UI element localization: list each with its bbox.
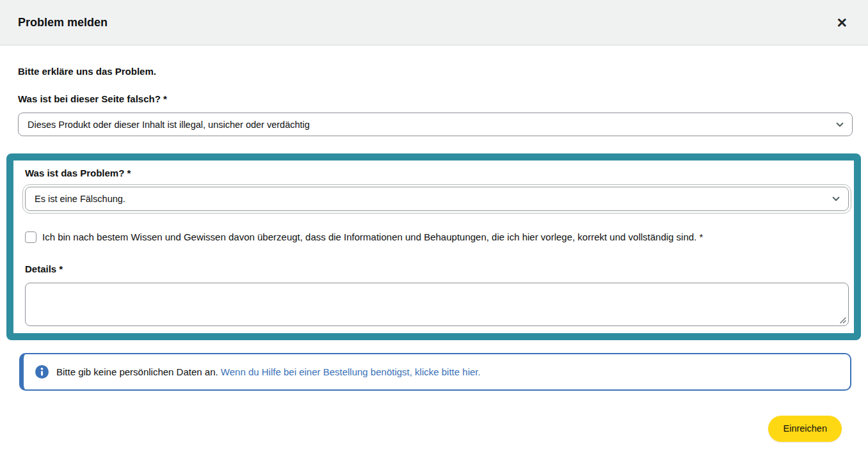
order-help-link[interactable]: Wenn du Hilfe bei einer Bestellung benöt… xyxy=(221,366,481,377)
problem-label: Was ist das Problem? * xyxy=(25,168,849,178)
attestation-label: Ich bin nach bestem Wissen und Gewissen … xyxy=(42,230,703,244)
page-issue-select-wrap: Dieses Produkt oder dieser Inhalt ist il… xyxy=(18,113,853,136)
problem-select-wrap: Es ist eine Fälschung. xyxy=(25,187,849,211)
alert-text: Bitte gib keine persönlichen Daten an. W… xyxy=(56,366,481,377)
modal-body: Bitte erkläre uns das Problem. Was ist b… xyxy=(0,45,868,442)
page-issue-label: Was ist bei dieser Seite falsch? * xyxy=(18,93,853,104)
attestation-checkbox[interactable] xyxy=(25,231,36,243)
alert-message: Bitte gib keine persönlichen Daten an. xyxy=(56,366,218,377)
details-textarea-wrap xyxy=(25,283,849,326)
modal-title: Problem melden xyxy=(18,16,108,29)
attestation-row: Ich bin nach bestem Wissen und Gewissen … xyxy=(25,230,849,244)
submit-button[interactable]: Einreichen xyxy=(768,416,842,442)
highlight-annotation-box: Was ist das Problem? * Es ist eine Fälsc… xyxy=(6,153,861,340)
intro-text: Bitte erkläre uns das Problem. xyxy=(18,66,853,77)
info-alert: Bitte gib keine persönlichen Daten an. W… xyxy=(19,353,851,391)
page-issue-select[interactable]: Dieses Produkt oder dieser Inhalt ist il… xyxy=(18,113,853,136)
details-textarea[interactable] xyxy=(25,283,849,326)
close-icon[interactable]: ✕ xyxy=(832,12,851,33)
info-icon xyxy=(35,365,49,379)
footer-actions: Einreichen xyxy=(18,416,842,442)
problem-select[interactable]: Es ist eine Fälschung. xyxy=(25,187,849,211)
page-issue-field: Was ist bei dieser Seite falsch? * Diese… xyxy=(18,93,853,136)
details-label: Details * xyxy=(25,263,849,274)
modal-header: Problem melden ✕ xyxy=(0,0,868,45)
